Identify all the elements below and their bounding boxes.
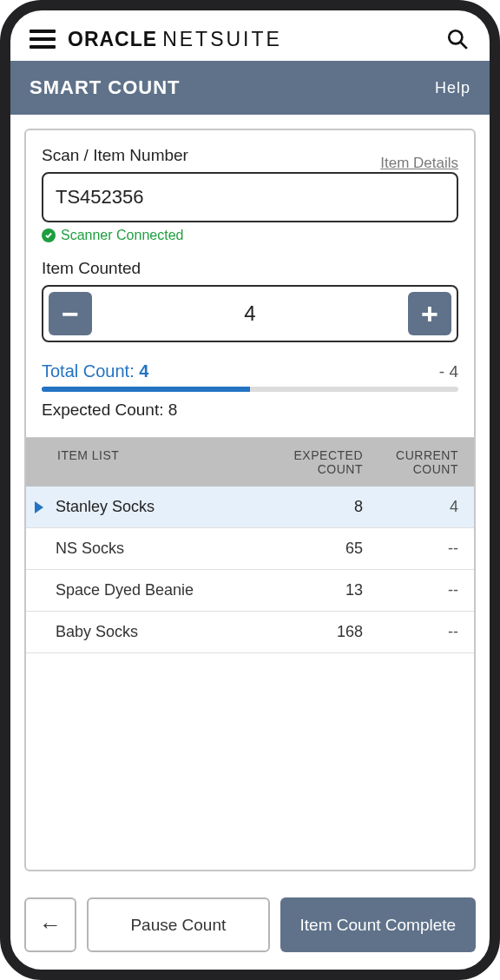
arrow-left-icon: ← [39, 911, 62, 938]
table-row[interactable]: Space Dyed Beanie13-- [26, 570, 474, 612]
cell-item-name: NS Socks [26, 531, 269, 566]
brand-netsuite: NETSUITE [162, 28, 282, 51]
cell-current: 4 [372, 489, 474, 525]
expected-count-row: Expected Count: 8 [42, 401, 458, 420]
table-body: Stanley Socks84NS Socks65--Space Dyed Be… [26, 487, 474, 870]
cell-expected: 8 [269, 489, 372, 525]
row-item-name: Baby Socks [56, 623, 138, 641]
scan-input[interactable] [42, 172, 458, 222]
main-card: Scan / Item Number Item Details Scanner … [24, 129, 476, 871]
expected-count-value: 8 [168, 401, 178, 419]
cell-item-name: Space Dyed Beanie [26, 573, 269, 608]
card-upper: Scan / Item Number Item Details Scanner … [26, 130, 474, 437]
page-title: SMART COUNT [30, 76, 181, 99]
svg-line-1 [460, 42, 467, 49]
th-item-list: ITEM LIST [26, 447, 269, 478]
total-count-row: Total Count: 4 - 4 [42, 361, 458, 381]
scan-label: Scan / Item Number [42, 146, 188, 165]
th-expected: EXPECTED COUNT [269, 447, 372, 478]
cell-item-name: Stanley Socks [26, 489, 269, 525]
table-row[interactable]: NS Socks65-- [26, 528, 474, 570]
pause-count-button[interactable]: Pause Count [87, 897, 270, 952]
item-counted-stepper: − 4 + [42, 285, 458, 342]
cell-current: -- [372, 614, 474, 650]
increment-button[interactable]: + [408, 292, 451, 335]
scanner-status-text: Scanner Connected [61, 228, 183, 243]
device-frame: ORACLE NETSUITE SMART COUNT Help Scan / … [0, 0, 500, 980]
check-circle-icon [42, 228, 56, 242]
cell-expected: 13 [269, 573, 372, 608]
hamburger-icon[interactable] [30, 28, 56, 50]
item-counted-label: Item Counted [42, 259, 458, 278]
table-row[interactable]: Stanley Socks84 [26, 487, 474, 528]
cell-item-name: Baby Socks [26, 614, 269, 650]
item-table: ITEM LIST EXPECTED COUNT CURRENT COUNT S… [26, 437, 474, 870]
svg-point-0 [449, 30, 462, 43]
item-count-complete-button[interactable]: Item Count Complete [280, 897, 476, 952]
progress-bar [42, 387, 458, 392]
scan-header-row: Scan / Item Number Item Details [42, 146, 458, 172]
expected-count-label: Expected Count: [42, 401, 163, 419]
search-icon[interactable] [444, 26, 470, 52]
table-row[interactable]: Baby Socks168-- [26, 612, 474, 653]
table-header: ITEM LIST EXPECTED COUNT CURRENT COUNT [26, 438, 474, 487]
th-current: CURRENT COUNT [372, 447, 474, 478]
cell-expected: 168 [269, 614, 372, 650]
back-button[interactable]: ← [24, 897, 76, 952]
cell-expected: 65 [269, 531, 372, 566]
total-delta: - 4 [439, 362, 458, 381]
row-item-name: Stanley Socks [56, 498, 155, 516]
item-details-link[interactable]: Item Details [380, 155, 458, 172]
screen: ORACLE NETSUITE SMART COUNT Help Scan / … [10, 10, 490, 970]
help-link[interactable]: Help [435, 79, 470, 97]
brand-logo: ORACLE NETSUITE [68, 28, 432, 51]
triangle-right-icon [35, 501, 43, 513]
total-count-label: Total Count: 4 [42, 361, 148, 381]
cell-current: -- [372, 531, 474, 566]
item-counted-value[interactable]: 4 [92, 301, 408, 326]
scanner-status: Scanner Connected [42, 228, 458, 243]
decrement-button[interactable]: − [49, 292, 92, 335]
page-title-bar: SMART COUNT Help [10, 61, 490, 115]
progress-fill [42, 387, 250, 392]
app-bar: ORACLE NETSUITE [10, 10, 490, 61]
totals-section: Total Count: 4 - 4 Expected Count: 8 [42, 361, 458, 420]
row-item-name: Space Dyed Beanie [56, 581, 194, 599]
brand-oracle: ORACLE [68, 28, 157, 51]
footer-actions: ← Pause Count Item Count Complete [10, 885, 490, 970]
cell-current: -- [372, 573, 474, 608]
row-item-name: NS Socks [56, 540, 124, 558]
